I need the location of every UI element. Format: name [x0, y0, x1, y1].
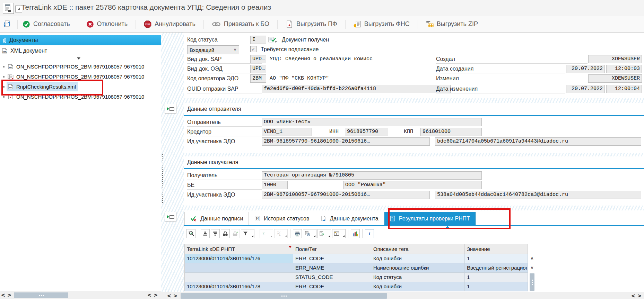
- cell-value[interactable]: Введенный регистрационный номер партии т…: [465, 263, 528, 273]
- inn-field[interactable]: 9618957790: [345, 128, 388, 136]
- tab-status-history[interactable]: H История статусов: [249, 212, 315, 225]
- main-horizontal-scrollbar[interactable]: < > < >: [161, 292, 644, 299]
- sidebar-file-item[interactable]: ON_NSCHFDOPPRPROS_2BM-9679108057-9679010: [0, 72, 161, 82]
- find-button[interactable]: [221, 229, 230, 238]
- scroll-left-icon[interactable]: <: [0, 292, 6, 299]
- sort-ascending-button[interactable]: [201, 229, 210, 238]
- sidebar-file-item[interactable]: XML ON_NSCHFDOPPRPROS_2BM-9679108057-967…: [0, 62, 161, 72]
- cell-value[interactable]: 1: [465, 282, 528, 291]
- status-doc-check-icon[interactable]: [268, 36, 277, 43]
- expand-section-button[interactable]: [165, 212, 176, 221]
- cell-value[interactable]: 1: [465, 273, 528, 282]
- edo-operator-field[interactable]: 2BM: [250, 74, 266, 83]
- scroll-right-icon[interactable]: >: [636, 292, 643, 299]
- cell-field[interactable]: ERR_NAME: [293, 263, 371, 273]
- cell-description[interactable]: Код статуса: [371, 273, 465, 282]
- print-button[interactable]: [293, 229, 302, 238]
- cell-description[interactable]: Код ошибки: [371, 282, 465, 291]
- table-row[interactable]: 10123000/011019/3B01166/176 ERR_CODE Код…: [185, 254, 528, 263]
- link-bo-button[interactable]: Привязать к БО: [212, 20, 269, 28]
- tab-document-data[interactable]: Данные документа: [315, 212, 384, 225]
- table-row[interactable]: STATUS_CODE Код статуса 1: [185, 273, 528, 282]
- subtotal-button[interactable]: ΣΣ: [274, 229, 288, 238]
- cell-field[interactable]: ERR_CODE: [293, 282, 371, 291]
- scroll-left-icon[interactable]: <: [166, 292, 172, 299]
- cell-value[interactable]: 1: [465, 254, 528, 263]
- cell-field[interactable]: STATUS_CODE: [293, 273, 371, 282]
- doc-type-oed-field[interactable]: UPD…: [250, 65, 266, 73]
- sidebar-file-item-selected[interactable]: XML RnptCheckingResults.xml: [0, 82, 161, 92]
- window-resize-icon[interactable]: [15, 6, 22, 12]
- scroll-right-icon[interactable]: >: [6, 292, 12, 299]
- cell-rnpt[interactable]: 10123000/011019/3B01166/176: [185, 254, 293, 263]
- column-header-field[interactable]: Поле/Тег: [293, 244, 371, 254]
- column-header-description[interactable]: Описание тега: [371, 244, 465, 254]
- cell-field[interactable]: ERR_CODE: [293, 254, 371, 263]
- print-preview-button[interactable]: [303, 229, 316, 238]
- receiver-name-field[interactable]: Тестовая организация №7910805: [262, 171, 482, 180]
- table-row[interactable]: ERR_NAME Наименование ошибки Введенный р…: [185, 263, 528, 273]
- table-row[interactable]: 10123000/011019/3B01166/178 ERR_CODE Код…: [185, 282, 528, 291]
- sidebar-header-documents[interactable]: Документы: [0, 35, 161, 45]
- cell-rnpt[interactable]: [185, 273, 293, 282]
- changed-time-field[interactable]: 12:00:04: [606, 85, 642, 93]
- scroll-left-icon[interactable]: <: [146, 292, 153, 299]
- details-button[interactable]: [186, 229, 195, 238]
- export-zip-button[interactable]: Выгрузить ZIP: [426, 20, 478, 28]
- receiver-edo-id-field[interactable]: 2BM-9679108057-967901000-20150616…: [262, 191, 430, 199]
- annul-button[interactable]: STOP Аннулировать: [144, 20, 195, 28]
- created-by-field[interactable]: XDEWSUSER: [588, 55, 642, 63]
- sum-button[interactable]: Σ: [260, 229, 273, 238]
- be-name-field[interactable]: ООО "Ромашка": [343, 181, 482, 189]
- scroll-left-icon[interactable]: <: [630, 292, 636, 299]
- sender-edo-id-field[interactable]: 2BM-9618957790-961801000-20150616…: [262, 137, 430, 146]
- creditor-field[interactable]: VEND_1: [262, 128, 312, 136]
- direction-dropdown[interactable]: Входящий ∨: [187, 45, 239, 54]
- layout-button[interactable]: [332, 229, 346, 238]
- cell-rnpt[interactable]: 10123000/011019/3B01166/178: [185, 282, 293, 291]
- sync-button[interactable]: [3, 20, 11, 28]
- tree-root-xml-document[interactable]: XML XML документ: [0, 46, 161, 56]
- cell-description[interactable]: Код ошибки: [371, 254, 465, 263]
- export-fns-button[interactable]: Выгрузить ФНС: [354, 20, 410, 28]
- column-header-rnpt[interactable]: TerraLink xDE РНПТ: [185, 244, 293, 254]
- table-scrollbar-thumb[interactable]: [530, 273, 534, 291]
- cell-description[interactable]: Наименование ошибки: [371, 263, 465, 273]
- be-code-field[interactable]: 1000: [262, 181, 288, 189]
- signing-required-checkbox[interactable]: ✓: [250, 46, 256, 52]
- tab-signature-data[interactable]: Данные подписи: [185, 212, 249, 225]
- scroll-right-icon[interactable]: >: [172, 292, 179, 299]
- scrollbar-thumb[interactable]: [14, 292, 68, 298]
- export-button[interactable]: [317, 229, 331, 238]
- scroll-right-icon[interactable]: >: [153, 292, 159, 299]
- expand-section-button[interactable]: [165, 104, 176, 114]
- approve-button[interactable]: Согласовать: [23, 20, 70, 28]
- sort-descending-button[interactable]: [211, 229, 220, 238]
- tab-rnpt-results-selected[interactable]: Результаты проверки РНПТ: [384, 212, 476, 225]
- changed-by-field[interactable]: XDEWSUSER: [588, 74, 642, 83]
- tree-collapse-arrow[interactable]: [77, 57, 80, 60]
- sender-name-field[interactable]: ООО «Линк-Тест»: [262, 118, 482, 126]
- sender-edo-address-field[interactable]: bdc60a2714704a05b671a60917a94443@diadoc.…: [435, 137, 641, 146]
- column-header-value[interactable]: Значение: [465, 244, 528, 254]
- sidebar-horizontal-scrollbar[interactable]: < > < >: [0, 291, 161, 299]
- find-next-button[interactable]: [231, 229, 240, 238]
- doc-type-sap-field[interactable]: UPD…: [250, 55, 266, 63]
- window-menu-icon[interactable]: [3, 3, 14, 14]
- status-code-field[interactable]: I: [250, 36, 266, 44]
- reject-button[interactable]: Отклонить: [86, 20, 128, 28]
- created-time-field[interactable]: 12:00:03: [606, 65, 642, 73]
- guid-field[interactable]: fe2ed6f9-d00f-40da-bffd-b226a0fa4118: [262, 85, 451, 93]
- cell-rnpt[interactable]: [185, 263, 293, 273]
- sidebar-file-item[interactable]: ON_NSCHFDOPPRPROS_2BM-9679108057-9679010: [0, 92, 161, 102]
- created-date-field[interactable]: 20.07.2022: [566, 65, 605, 73]
- scroll-down-icon[interactable]: ∨: [529, 265, 535, 270]
- changed-date-field[interactable]: 20.07.2022: [566, 85, 605, 93]
- export-pdf-button[interactable]: Выгрузить ПФ: [286, 20, 337, 28]
- panel-splitter-handle[interactable]: [162, 154, 163, 204]
- info-button[interactable]: i: [365, 229, 374, 238]
- scrollbar-thumb[interactable]: [181, 293, 387, 299]
- chart-button[interactable]: [351, 229, 360, 238]
- receiver-edo-address-field[interactable]: 538a04d085eb44ddac0ac14640782ca3@diadoc.…: [435, 191, 641, 199]
- kpp-field[interactable]: 961801000: [420, 128, 482, 136]
